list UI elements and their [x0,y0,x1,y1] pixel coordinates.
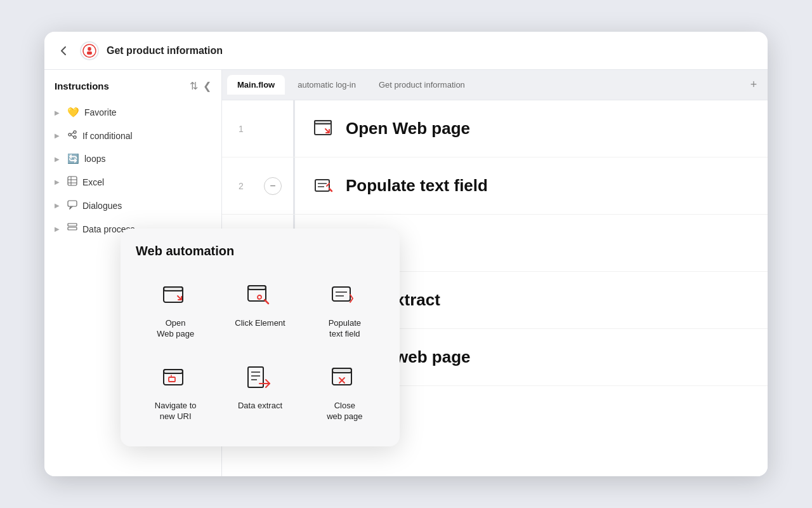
collapse-icon[interactable]: ❮ [203,80,211,92]
data-extract-popup-icon [244,363,277,396]
svg-point-6 [74,131,76,133]
popup-grid: OpenWeb page Click Element [136,271,384,431]
app-logo [80,41,99,60]
table-row: 1 Open Web page [222,100,768,157]
sidebar-item-label: Excel [82,177,104,187]
row-action[interactable]: − [260,173,285,199]
dialogues-icon [67,199,77,211]
svg-point-39 [258,295,261,299]
svg-point-3 [87,48,88,50]
sidebar-item-label: If conditional [82,131,133,141]
app-title: Get product information [107,45,223,57]
popup-item-navigate[interactable]: Navigate tonew URI [136,354,215,431]
navigate-icon [159,363,192,396]
excel-icon [67,176,77,188]
loops-icon: 🔄 [67,153,79,164]
svg-point-4 [91,48,93,50]
sort-icon[interactable]: ⇅ [190,80,198,92]
svg-rect-46 [248,367,263,387]
sidebar-item-favorite[interactable]: ▶ 💛 Favorite [44,101,221,124]
arrow-icon: ▶ [55,178,62,185]
popup-item-close-web[interactable]: Closeweb page [305,354,384,431]
populate-text-icon [313,175,336,197]
close-web-page-icon [328,363,361,396]
if-conditional-icon [67,130,77,142]
arrow-icon: ▶ [55,225,62,232]
row-number: 1 [222,124,260,134]
popup-title: Web automation [136,244,384,258]
popup-item-label: Click Element [235,318,285,329]
sidebar-item-excel[interactable]: ▶ Excel [44,170,221,194]
popup-item-data-extract[interactable]: Data extract [220,354,299,431]
popup-item-label: Populatetext field [329,318,361,340]
arrow-icon: ▶ [55,132,62,139]
sidebar-item-label: Dialogues [82,201,122,211]
tab-main-flow[interactable]: Main.flow [227,75,285,95]
popup-item-populate-text[interactable]: Populatetext field [305,271,384,349]
svg-rect-44 [164,370,183,373]
sidebar-item-loops[interactable]: ▶ 🔄 loops [44,147,221,170]
arrow-icon: ▶ [55,202,62,209]
svg-rect-15 [68,224,77,226]
open-web-page-icon [159,280,192,313]
sidebar-controls: ⇅ ❮ [190,80,211,92]
row-divider [293,100,295,157]
svg-point-1 [88,47,91,51]
svg-line-8 [71,133,74,135]
popup-item-label: Data extract [238,401,282,411]
tab-auto-login[interactable]: automatic log-in [287,75,366,95]
top-bar: Get product information [44,32,768,70]
svg-point-5 [69,133,71,136]
data-process-icon [67,223,77,235]
row-label: Open Web page [346,119,470,138]
arrow-icon: ▶ [55,156,62,163]
popup-item-label: Navigate tonew URI [155,401,197,422]
svg-rect-2 [87,51,92,55]
app-window: Get product information Instructions ⇅ ❮… [44,32,768,476]
svg-point-7 [74,136,76,138]
sidebar-item-dialogues[interactable]: ▶ Dialogues [44,194,221,217]
open-web-icon [313,117,336,140]
table-row: 2 − [222,157,768,215]
row-divider [293,157,295,214]
popup-item-label: Closeweb page [327,401,362,422]
favorite-icon: 💛 [67,107,79,118]
row-action-button[interactable]: − [264,177,282,195]
sidebar-title: Instructions [55,81,109,91]
svg-rect-10 [68,177,77,185]
svg-rect-14 [68,201,77,206]
sidebar-header: Instructions ⇅ ❮ [44,70,221,98]
popup-item-click-element[interactable]: Click Element [220,271,299,349]
svg-rect-18 [315,121,331,124]
web-automation-popup: Web automation OpenWeb page [121,229,400,446]
svg-rect-38 [248,286,266,290]
row-number: 2 [222,181,260,191]
svg-rect-40 [332,287,350,301]
row-content: Open Web page [303,105,768,153]
svg-rect-36 [164,287,183,291]
tab-add-button[interactable]: + [745,76,763,94]
click-element-icon [244,280,277,313]
tabs-bar: Main.flow automatic log-in Get product i… [222,70,768,100]
popup-item-open-web[interactable]: OpenWeb page [136,271,215,349]
sidebar-item-label: Favorite [84,107,117,117]
back-button[interactable] [55,42,72,60]
tab-get-product[interactable]: Get product information [369,75,475,95]
row-label: Populate text field [346,176,488,196]
svg-rect-52 [332,368,351,373]
populate-text-field-icon [328,280,361,313]
svg-rect-45 [169,377,175,382]
row-content: Populate text field [303,162,768,210]
sidebar-item-label: loops [84,154,105,164]
svg-rect-16 [68,227,77,230]
arrow-icon: ▶ [55,109,62,116]
sidebar-item-if-conditional[interactable]: ▶ If conditional [44,124,221,147]
svg-line-9 [71,135,74,137]
row-action [260,116,285,142]
popup-item-label: OpenWeb page [157,318,194,340]
